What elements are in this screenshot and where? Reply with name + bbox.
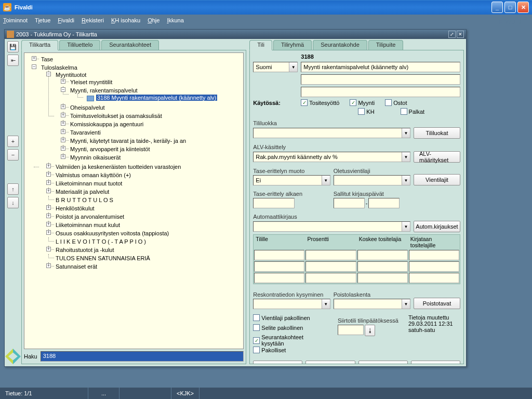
poistotavat-button[interactable]: Poistotavat — [414, 298, 460, 309]
autokirj-select[interactable]: ▼ — [253, 221, 410, 232]
tililuokka-select[interactable]: ▼ — [253, 128, 410, 138]
chk-palkat[interactable]: Palkat — [401, 108, 425, 115]
tab-seurantakohteet[interactable]: Seurantakohteet — [101, 40, 159, 50]
menu-ohje[interactable]: Ohje — [148, 17, 159, 23]
tree-node[interactable]: Myynti, käytetyt tavarat ja taide-, kerä… — [70, 138, 186, 144]
account-name2-field[interactable] — [301, 74, 460, 85]
vientilajit-button[interactable]: Vientilajit — [414, 174, 460, 185]
tree-node[interactable]: Osuus osakkuusyritysten voitosta (tappio… — [56, 230, 169, 236]
autokirj-button[interactable]: Autom.kirjaukset — [414, 221, 460, 232]
table-cell[interactable] — [357, 273, 408, 283]
chk-ostot[interactable]: Ostot — [385, 99, 407, 106]
tree-node[interactable]: Valmistus omaan käyttöön (+) — [56, 172, 131, 178]
expand-icon[interactable]: + — [61, 113, 65, 117]
expand-icon[interactable]: + — [61, 104, 65, 109]
table-cell[interactable] — [254, 250, 304, 260]
expand-icon[interactable]: + — [61, 79, 65, 84]
expand-icon[interactable]: + — [46, 230, 51, 235]
menu-toiminnot[interactable]: Toiminnot — [3, 17, 28, 23]
tab-tiliryhma[interactable]: Tiliryhmä — [273, 40, 312, 50]
expand-icon[interactable]: + — [46, 222, 51, 227]
tree-node[interactable]: Valmiiden ja keskeneräisten tuotteiden v… — [56, 164, 181, 170]
tree-node[interactable]: L I I K E V O I T T O ( - T A P P I O ) — [56, 238, 146, 245]
poistolaskenta-select[interactable]: ▼ — [334, 299, 410, 309]
expand-icon[interactable]: + — [46, 172, 51, 177]
tase-muoto-select[interactable]: Ei▼ — [253, 175, 330, 185]
tree-node[interactable]: Henkilöstökulut — [56, 205, 95, 211]
save-button[interactable]: 💾 — [7, 41, 19, 52]
collapse-icon[interactable]: − — [46, 72, 51, 76]
table-cell[interactable] — [305, 273, 356, 283]
account-tree[interactable]: +Tase −Tuloslaskelma −Myyntituotot +Ylei… — [24, 52, 244, 349]
table-cell[interactable] — [254, 273, 304, 283]
expand-icon[interactable]: + — [61, 154, 65, 159]
tree-node[interactable]: Satunnaiset erät — [56, 263, 97, 270]
haku-input[interactable]: 3188 — [41, 351, 244, 362]
reskontra-select[interactable]: ▼ — [253, 299, 330, 309]
tree-node[interactable]: Komissiokauppa ja agentuuri — [70, 121, 143, 127]
minimize-button[interactable]: _ — [491, 2, 503, 13]
table-cell[interactable] — [305, 250, 356, 260]
tree-node[interactable]: Materiaalit ja palvelut — [56, 189, 109, 195]
tililuokat-button[interactable]: Tililuokat — [414, 127, 460, 139]
siirtotili-field[interactable] — [338, 325, 364, 335]
chk-pakolliset[interactable]: Pakolliset — [253, 347, 286, 353]
tree-node[interactable]: Myyntituotot — [56, 72, 86, 78]
table-cell[interactable] — [254, 261, 304, 272]
expand-icon[interactable]: + — [46, 180, 51, 185]
menu-ikkuna[interactable]: Ikkuna — [167, 17, 183, 23]
tree-node[interactable]: Oheispalvelut — [70, 104, 105, 111]
tree-node[interactable]: Tuloslaskelma — [41, 64, 77, 71]
chk-selite-pak[interactable]: Selite pakollinen — [253, 324, 303, 331]
tab-tili[interactable]: Tili — [249, 40, 272, 50]
tree-node[interactable]: Tavaravienti — [70, 129, 101, 136]
tree-node[interactable]: Liiketoiminnan muut kulut — [56, 222, 120, 228]
siirtotili-lookup-button[interactable]: ⭳ — [365, 325, 375, 336]
tree-leaf-selected[interactable]: 3188 Myynti rakentamispalvelut (käännett… — [96, 95, 217, 101]
tree-node[interactable]: Poistot ja arvonalentumiset — [56, 214, 124, 220]
account-name3-field[interactable] — [301, 87, 460, 97]
menu-tietue[interactable]: Tietue — [35, 17, 50, 23]
tree-node[interactable]: B R U T T O T U L O S — [56, 197, 113, 203]
alv-button[interactable]: ALV-määritykset — [414, 151, 460, 163]
uusi-tili-button[interactable]: Uusi tili — [253, 361, 302, 364]
menu-kh-isohaku[interactable]: KH isohaku — [111, 17, 140, 23]
move-down-button[interactable]: ↓ — [7, 197, 19, 208]
expand-icon[interactable]: + — [46, 164, 51, 168]
plus-button[interactable]: + — [7, 136, 19, 147]
expand-icon[interactable]: + — [46, 189, 51, 193]
expand-icon[interactable]: + — [61, 138, 65, 142]
table-cell[interactable] — [357, 261, 408, 272]
menu-rekisteri[interactable]: Rekisteri — [82, 17, 104, 23]
chk-seuranta-kys[interactable]: ✓Seurantakohteet kysytään — [253, 334, 327, 347]
tab-seurantakohde[interactable]: Seurantakohde — [313, 40, 367, 50]
tree-node[interactable]: Myynnin oikaisuerät — [70, 154, 121, 161]
siirra-tili-button[interactable]: Siirrä tili — [305, 361, 355, 364]
move-up-button[interactable]: ↑ — [7, 183, 19, 195]
minus-button[interactable]: − — [7, 149, 19, 161]
expand-icon[interactable]: + — [32, 56, 36, 61]
table-cell[interactable] — [409, 273, 459, 283]
chk-kh[interactable]: KH — [358, 108, 374, 115]
tree-node[interactable]: Tase — [41, 56, 53, 62]
sallitut-from-field[interactable] — [334, 198, 365, 208]
tab-tilipuite[interactable]: Tilipuite — [368, 40, 404, 50]
chk-vientilaji-pak[interactable]: Vientilaji pakollinen — [253, 314, 310, 321]
expand-icon[interactable]: + — [46, 263, 51, 268]
alv-select[interactable]: Rak.palv.myynti käännetty alv %▼ — [253, 152, 410, 162]
tab-tililuettelo[interactable]: Tililuettelo — [59, 40, 100, 50]
back-button[interactable]: ⇤ — [7, 55, 19, 66]
table-cell[interactable] — [409, 250, 459, 260]
tree-node[interactable]: Myynti, rakentamispalvelut — [70, 87, 138, 94]
account-name-field[interactable]: Myynti rakentamispalvelut (käännetty alv… — [301, 62, 460, 72]
expand-icon[interactable]: + — [61, 146, 65, 151]
kopioi-tili-button[interactable]: Kopioi tili — [411, 361, 460, 364]
oletus-select[interactable]: ▼ — [334, 175, 410, 185]
inner-restore-button[interactable]: ⤢ — [448, 31, 456, 38]
tab-tilikartta[interactable]: Tilikartta — [21, 40, 58, 50]
menu-fivaldi[interactable]: Fivaldi — [58, 17, 74, 23]
tree-node[interactable]: TULOS ENNEN SATUNNAISIA ERIÄ — [56, 255, 150, 261]
tree-node[interactable]: Liiketoiminnan muut tuotot — [56, 180, 122, 187]
table-cell[interactable] — [357, 250, 408, 260]
expand-icon[interactable]: + — [46, 205, 51, 210]
